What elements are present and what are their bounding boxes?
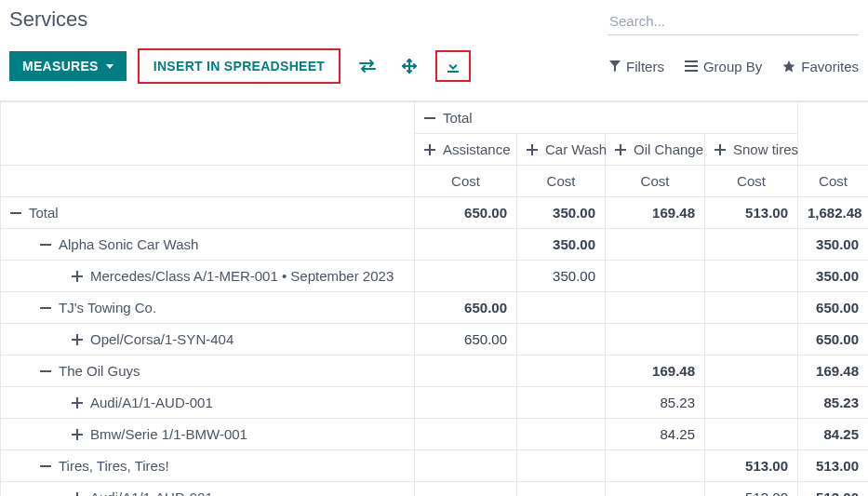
row-label: Bmw/Serie 1/1-BMW-001 xyxy=(90,426,247,442)
plus-icon xyxy=(72,492,83,496)
row-header[interactable]: Audi/A1/1-AUD-001 xyxy=(1,482,415,497)
caret-down-icon xyxy=(106,64,114,69)
pivot-cell: 350.00 xyxy=(517,197,606,229)
measures-button[interactable]: MEASURES xyxy=(9,51,127,81)
plus-icon xyxy=(615,144,626,155)
pivot-cell xyxy=(606,482,705,497)
col-header-oil-change[interactable]: Oil Change xyxy=(606,134,705,166)
filters-label: Filters xyxy=(626,59,664,74)
pivot-cell xyxy=(705,229,798,261)
group-by-button[interactable]: Group By xyxy=(685,59,762,74)
row-header[interactable]: Tires, Tires, Tires! xyxy=(1,450,415,482)
pivot-cell: 513.00 xyxy=(705,482,798,497)
page-title: Services xyxy=(9,7,87,32)
cost-header: Cost xyxy=(606,166,705,197)
row-header-blank xyxy=(1,166,415,197)
pivot-cell xyxy=(517,355,606,387)
pivot-cell xyxy=(415,261,517,292)
pivot-cell: 650.00 xyxy=(798,292,869,324)
table-row: Tires, Tires, Tires!513.00513.00 xyxy=(1,450,869,482)
plus-icon xyxy=(72,334,83,345)
col-total-label: Total xyxy=(443,110,473,126)
pivot-cell xyxy=(517,419,606,450)
pivot-cell xyxy=(415,229,517,261)
pivot-cell xyxy=(517,450,606,482)
pivot-cell: 85.23 xyxy=(606,387,705,419)
pivot-cell: 169.48 xyxy=(798,355,869,387)
row-label: Alpha Sonic Car Wash xyxy=(59,236,198,252)
plus-icon xyxy=(527,144,538,155)
download-icon xyxy=(446,59,461,74)
plus-icon xyxy=(424,144,435,155)
row-header[interactable]: Mercedes/Class A/1-MER-001 • September 2… xyxy=(1,261,415,292)
highlight-download xyxy=(435,50,471,82)
svg-rect-3 xyxy=(685,70,698,72)
insert-spreadsheet-button[interactable]: INSERT IN SPREADSHEET xyxy=(140,51,338,81)
pivot-cell xyxy=(705,355,798,387)
cost-header: Cost xyxy=(517,166,606,197)
row-label: Mercedes/Class A/1-MER-001 • September 2… xyxy=(90,268,394,284)
row-label: The Oil Guys xyxy=(59,363,140,379)
pivot-cell xyxy=(606,324,705,355)
row-header[interactable]: The Oil Guys xyxy=(1,355,415,387)
row-label: Tires, Tires, Tires! xyxy=(59,458,169,474)
col-header-car-wash[interactable]: Car Wash xyxy=(517,134,606,166)
plus-icon xyxy=(72,271,83,282)
pivot-cell xyxy=(606,292,705,324)
favorites-label: Favorites xyxy=(801,59,859,74)
col-header-snow-tires[interactable]: Snow tires xyxy=(705,134,798,166)
minus-icon xyxy=(40,366,51,377)
pivot-cell xyxy=(705,292,798,324)
minus-icon xyxy=(40,461,51,472)
pivot-cell: 513.00 xyxy=(705,197,798,229)
table-row: TJ's Towing Co.650.00650.00 xyxy=(1,292,869,324)
row-header[interactable]: Alpha Sonic Car Wash xyxy=(1,229,415,261)
table-row: The Oil Guys169.48169.48 xyxy=(1,355,869,387)
minus-icon xyxy=(424,113,435,124)
pivot-cell: 350.00 xyxy=(517,261,606,292)
col-header-total[interactable]: Total xyxy=(415,102,798,134)
move-icon xyxy=(402,59,417,74)
pivot-cell: 650.00 xyxy=(415,197,517,229)
svg-rect-1 xyxy=(685,60,698,62)
swap-axis-button[interactable] xyxy=(352,54,383,78)
pivot-cell xyxy=(606,229,705,261)
download-button[interactable] xyxy=(438,53,468,79)
pivot-cell xyxy=(415,450,517,482)
pivot-cell xyxy=(415,482,517,497)
pivot-cell xyxy=(705,324,798,355)
pivot-corner-cell xyxy=(1,102,415,166)
swap-arrows-icon xyxy=(359,60,376,73)
row-header[interactable]: Opel/Corsa/1-SYN-404 xyxy=(1,324,415,355)
pivot-cell: 84.25 xyxy=(798,419,869,450)
table-row: Bmw/Serie 1/1-BMW-00184.2584.25 xyxy=(1,419,869,450)
row-header[interactable]: Audi/A1/1-AUD-001 xyxy=(1,387,415,419)
svg-rect-2 xyxy=(685,65,698,67)
expand-all-button[interactable] xyxy=(394,53,424,79)
table-row: Mercedes/Class A/1-MER-001 • September 2… xyxy=(1,261,869,292)
table-row: Audi/A1/1-AUD-001513.00513.00 xyxy=(1,482,869,497)
row-header[interactable]: TJ's Towing Co. xyxy=(1,292,415,324)
pivot-cell: 85.23 xyxy=(798,387,869,419)
plus-icon xyxy=(714,144,726,155)
pivot-cell xyxy=(606,450,705,482)
row-label: Audi/A1/1-AUD-001 xyxy=(90,489,213,496)
pivot-cell xyxy=(705,261,798,292)
cost-header: Cost xyxy=(798,166,869,197)
row-header[interactable]: Bmw/Serie 1/1-BMW-001 xyxy=(1,419,415,450)
search-input[interactable] xyxy=(608,7,859,35)
filter-icon xyxy=(609,60,621,72)
pivot-cell xyxy=(517,482,606,497)
row-label: Opel/Corsa/1-SYN-404 xyxy=(90,331,234,347)
table-row: Alpha Sonic Car Wash350.00350.00 xyxy=(1,229,869,261)
filters-button[interactable]: Filters xyxy=(609,59,664,74)
pivot-cell xyxy=(705,387,798,419)
table-row: Audi/A1/1-AUD-00185.2385.23 xyxy=(1,387,869,419)
pivot-cell xyxy=(517,387,606,419)
highlight-insert: INSERT IN SPREADSHEET xyxy=(138,48,341,84)
row-header[interactable]: Total xyxy=(1,197,415,229)
favorites-button[interactable]: Favorites xyxy=(782,59,859,74)
col-header-assistance[interactable]: Assistance xyxy=(415,134,517,166)
pivot-cell xyxy=(517,292,606,324)
plus-icon xyxy=(72,397,83,409)
